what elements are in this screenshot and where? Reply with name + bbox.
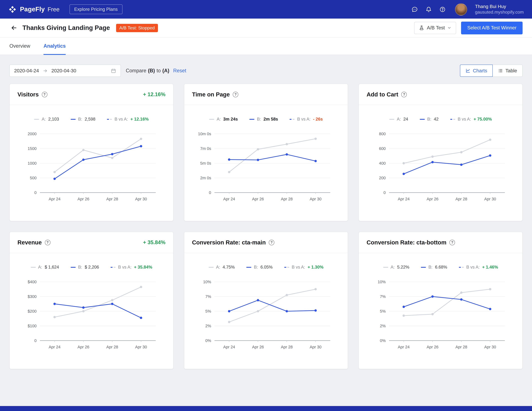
legend-item-b-vs-a: B vs A:+ 35.84% — [111, 265, 152, 270]
legend-marker-a — [31, 267, 36, 268]
help-icon[interactable]: ? — [42, 92, 47, 97]
legend-value: 5.22% — [397, 265, 409, 270]
user-avatar[interactable] — [455, 3, 467, 15]
calendar-icon — [111, 68, 116, 73]
line-chart: 0%2%5%7%10%Apr 24Apr 26Apr 28Apr 30 — [192, 277, 340, 353]
svg-text:Apr 30: Apr 30 — [135, 197, 147, 201]
svg-text:Apr 24: Apr 24 — [223, 197, 235, 201]
legend-value: + 35.84% — [134, 265, 152, 270]
select-winner-button[interactable]: Select A/B Test Winner — [461, 21, 522, 34]
svg-text:7%: 7% — [380, 294, 386, 299]
legend-value: 4.75% — [223, 265, 235, 270]
svg-text:Apr 26: Apr 26 — [252, 345, 264, 349]
user-info: Thang Bui Huy gausuted.myshopify.com — [475, 4, 524, 15]
svg-text:800: 800 — [379, 132, 386, 136]
metric-card: Conversion Rate: cta-main ? A:4.75%B:6.0… — [184, 232, 348, 369]
svg-text:500: 500 — [30, 176, 37, 180]
svg-text:Apr 28: Apr 28 — [106, 345, 118, 349]
header-actions: A/B Test Select A/B Test Winner — [414, 21, 522, 34]
table-button-label: Table — [505, 68, 517, 74]
legend-value: + 12.16% — [130, 117, 149, 122]
help-icon[interactable]: ? — [401, 92, 407, 97]
legend-value: 42 — [434, 117, 439, 122]
svg-text:$300: $300 — [28, 294, 37, 299]
legend-marker-b — [71, 119, 76, 120]
svg-text:600: 600 — [379, 146, 386, 151]
legend-label: B: — [78, 265, 82, 270]
legend-marker-a — [389, 119, 394, 120]
help-icon[interactable]: ? — [449, 239, 455, 245]
pagefly-logo-icon — [8, 5, 17, 13]
legend-item-a: A:$ 1,624 — [31, 265, 59, 270]
card-header: Time on Page ? — [184, 84, 348, 105]
page-header: Thanks Giving Landing Page A/B Test: Sto… — [0, 19, 532, 38]
legend-label: B: — [254, 265, 258, 270]
svg-text:Apr 24: Apr 24 — [49, 345, 60, 349]
svg-text:Apr 28: Apr 28 — [281, 197, 293, 201]
date-range-picker[interactable]: 2020-04-24 2020-04-30 — [10, 65, 121, 77]
tab-analytics[interactable]: Analytics — [44, 38, 66, 55]
help-circle-icon[interactable] — [439, 6, 446, 12]
reset-link[interactable]: Reset — [173, 68, 186, 74]
legend-marker-a — [383, 267, 388, 268]
topbar-right: Thang Bui Huy gausuted.myshopify.com — [411, 3, 524, 15]
svg-text:$200: $200 — [28, 309, 37, 314]
chart-legend: A:4.75%B:6.05%B vs A:+ 1.30% — [184, 265, 348, 270]
svg-text:5%: 5% — [205, 309, 211, 314]
notifications-bell-icon[interactable] — [426, 6, 432, 12]
explore-pricing-button[interactable]: Explore Pricing Plans — [70, 4, 123, 14]
svg-text:0: 0 — [34, 338, 37, 343]
legend-item-a: A:4.75% — [209, 265, 235, 270]
arrow-left-icon — [10, 24, 18, 31]
svg-text:5m 0s: 5m 0s — [200, 161, 211, 165]
card-title: Revenue — [18, 239, 42, 246]
chart-legend: A:24B:42B vs A:+ 75.00% — [359, 117, 522, 122]
chevron-down-icon — [447, 26, 452, 30]
card-title: Add to Cart — [367, 91, 398, 98]
ab-test-dropdown-button[interactable]: A/B Test — [414, 22, 456, 34]
help-icon[interactable]: ? — [45, 239, 50, 245]
card-header: Revenue ? + 35.84% — [10, 232, 173, 253]
charts-button-label: Charts — [473, 68, 487, 74]
help-icon[interactable]: ? — [269, 239, 274, 245]
legend-label: B: — [427, 117, 431, 122]
legend-label: B vs A: — [118, 265, 132, 270]
legend-item-a: A:3m 24s — [209, 117, 238, 122]
legend-item-b: B:6.68% — [421, 265, 447, 270]
controls-row: 2020-04-24 2020-04-30 Compare (B) to (A) — [10, 65, 522, 77]
tab-overview[interactable]: Overview — [10, 38, 30, 55]
legend-marker-a — [209, 119, 214, 120]
svg-text:2000: 2000 — [28, 132, 37, 136]
svg-text:$400: $400 — [28, 280, 37, 284]
help-icon[interactable]: ? — [233, 92, 238, 97]
chart-legend: A:5.22%B:6.68%B vs A:+ 1.46% — [359, 265, 522, 270]
svg-text:Apr 26: Apr 26 — [427, 345, 438, 349]
legend-item-b-vs-a: B vs A:+ 75.00% — [450, 117, 492, 122]
legend-marker-a — [34, 119, 39, 120]
line-chart: 02m 0s5m 0s7m 0s10m 0sApr 24Apr 26Apr 28… — [192, 129, 340, 205]
metric-card: Add to Cart ? A:24B:42B vs A:+ 75.00% 02… — [359, 84, 522, 221]
legend-label: A: — [397, 117, 401, 122]
legend-value: 2,103 — [48, 117, 59, 122]
legend-value: 24 — [403, 117, 408, 122]
svg-text:Apr 26: Apr 26 — [252, 197, 264, 201]
legend-marker-vs — [107, 119, 112, 120]
svg-text:0: 0 — [34, 191, 37, 195]
svg-text:5%: 5% — [380, 309, 386, 314]
svg-text:Apr 24: Apr 24 — [398, 345, 409, 349]
table-view-button[interactable]: Table — [493, 65, 522, 77]
legend-marker-b — [420, 119, 425, 120]
legend-marker-vs — [284, 267, 289, 268]
date-to: 2020-04-30 — [51, 68, 76, 74]
svg-text:Apr 30: Apr 30 — [484, 345, 496, 349]
app-root: PageFly Free Explore Pricing Plans — [0, 0, 532, 411]
chat-icon[interactable] — [411, 6, 418, 12]
legend-value: $ 1,624 — [45, 265, 59, 270]
svg-text:Apr 30: Apr 30 — [310, 345, 322, 349]
charts-view-button[interactable]: Charts — [460, 65, 493, 77]
legend-value: + 1.30% — [308, 265, 323, 270]
legend-value: + 75.00% — [474, 117, 492, 122]
back-button[interactable] — [10, 23, 19, 32]
svg-text:$100: $100 — [28, 324, 37, 328]
page-title: Thanks Giving Landing Page — [22, 24, 110, 32]
